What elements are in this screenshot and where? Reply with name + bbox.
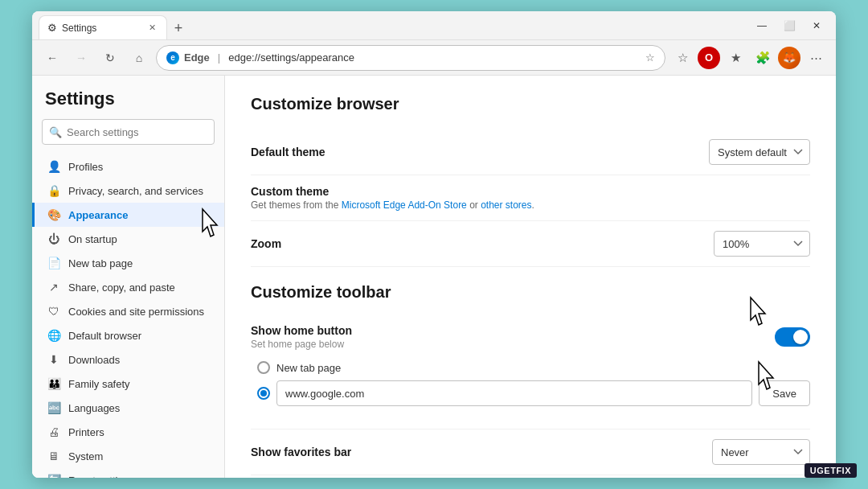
reset-icon: 🔄: [47, 474, 60, 478]
address-bar[interactable]: e Edge | edge://settings/appearance ☆: [156, 45, 665, 71]
family-icon: 👪: [47, 377, 60, 390]
content-area: Settings 🔍 👤 Profiles 🔒 Privacy, search,…: [32, 76, 836, 478]
custom-theme-row: Custom theme Get themes from the Microso…: [251, 175, 810, 221]
opera-button[interactable]: O: [698, 47, 720, 69]
privacy-icon: 🔒: [47, 184, 60, 197]
sidebar-item-label: Reset settings: [68, 475, 134, 479]
save-url-button[interactable]: Save: [759, 380, 810, 406]
default-theme-row: Default theme System default Light Dark: [251, 129, 810, 175]
custom-theme-label: Custom theme: [251, 185, 534, 198]
sidebar-item-label: On startup: [68, 233, 117, 245]
edge-label: Edge: [184, 51, 210, 64]
custom-theme-desc-post: .: [532, 199, 534, 211]
default-theme-label-text: Default theme: [251, 146, 326, 158]
new-tab-radio-row[interactable]: New tab page: [257, 358, 810, 377]
sidebar-item-label: Family safety: [68, 378, 130, 390]
show-home-button-row: Show home button Set home page below New…: [251, 314, 810, 429]
show-favbar-row: Show favorites bar Never Always New tabs…: [251, 429, 810, 475]
show-home-toggle[interactable]: [775, 327, 810, 347]
custom-theme-content: Custom theme Get themes from the Microso…: [251, 185, 534, 211]
downloads-icon: ⬇: [47, 353, 60, 366]
search-icon: 🔍: [49, 126, 62, 138]
languages-icon: 🔤: [47, 401, 60, 414]
toggle-knob: [793, 330, 808, 344]
sidebar-item-printers[interactable]: 🖨 Printers: [32, 420, 224, 444]
home-page-radio-group: New tab page Save: [251, 358, 810, 414]
sidebar-item-downloads[interactable]: ⬇ Downloads: [32, 347, 224, 372]
sidebar-item-share[interactable]: ↗ Share, copy, and paste: [32, 275, 224, 299]
url-radio-row: Save: [257, 380, 810, 406]
settings-tab-icon: ⚙: [47, 22, 57, 34]
home-url-input[interactable]: [276, 380, 752, 406]
collections-icon-btn[interactable]: ★: [723, 46, 747, 70]
radio-dot: [260, 390, 267, 397]
sidebar: Settings 🔍 👤 Profiles 🔒 Privacy, search,…: [32, 76, 225, 478]
edge-addon-store-link[interactable]: Microsoft Edge Add-On Store: [342, 199, 467, 211]
profile-avatar-button[interactable]: 🦊: [778, 47, 800, 69]
tab-close-button[interactable]: ✕: [145, 22, 158, 35]
settings-tab[interactable]: ⚙ Settings ✕: [39, 15, 167, 39]
sidebar-item-label: New tab page: [68, 257, 133, 269]
back-button[interactable]: ←: [40, 46, 64, 70]
forward-button[interactable]: →: [69, 46, 93, 70]
sidebar-item-startup[interactable]: ⏻ On startup: [32, 227, 224, 251]
sidebar-item-label: Downloads: [68, 354, 120, 366]
address-separator: |: [218, 51, 220, 64]
sidebar-item-system[interactable]: 🖥 System: [32, 444, 224, 468]
custom-theme-desc-mid: or: [467, 199, 481, 211]
search-input[interactable]: [67, 126, 207, 138]
sidebar-item-label: Profiles: [68, 161, 103, 173]
appearance-icon: 🎨: [47, 208, 60, 221]
settings-tab-title: Settings: [62, 23, 96, 34]
custom-theme-desc: Get themes from the Microsoft Edge Add-O…: [251, 199, 534, 211]
toolbar-right: ☆ O ★ 🧩 🦊 ⋯: [670, 46, 828, 70]
sidebar-item-languages[interactable]: 🔤 Languages: [32, 396, 224, 420]
address-text: edge://settings/appearance: [228, 51, 641, 64]
title-bar: ⚙ Settings ✕ + — ⬜ ✕: [32, 11, 836, 40]
sidebar-item-privacy[interactable]: 🔒 Privacy, search, and services: [32, 179, 224, 203]
sidebar-item-appearance[interactable]: 🎨 Appearance: [32, 203, 224, 227]
sidebar-item-profiles[interactable]: 👤 Profiles: [32, 154, 224, 179]
window-controls: — ⬜ ✕: [749, 14, 829, 37]
show-favbar-select[interactable]: Never Always New tabs only: [712, 439, 810, 465]
minimize-button[interactable]: —: [749, 14, 775, 37]
show-home-label: Show home button: [251, 324, 352, 337]
sidebar-item-label: Cookies and site permissions: [68, 306, 204, 318]
url-radio-button[interactable]: [257, 387, 270, 400]
system-icon: 🖥: [47, 450, 60, 462]
sidebar-item-newtab[interactable]: 📄 New tab page: [32, 251, 224, 275]
extensions-icon-btn[interactable]: 🧩: [751, 46, 775, 70]
zoom-select[interactable]: 50% 75% 100% 125% 150%: [714, 231, 810, 257]
home-button[interactable]: ⌂: [127, 46, 151, 70]
customize-toolbar-title: Customize toolbar: [251, 283, 810, 302]
sidebar-item-cookies[interactable]: 🛡 Cookies and site permissions: [32, 299, 224, 323]
sidebar-item-default-browser[interactable]: 🌐 Default browser: [32, 323, 224, 347]
new-tab-button[interactable]: +: [167, 17, 190, 39]
browser-window: ⚙ Settings ✕ + — ⬜ ✕ ← → ↻ ⌂ e Edge |: [32, 11, 836, 478]
maximize-button[interactable]: ⬜: [776, 14, 802, 37]
sidebar-item-label: Privacy, search, and services: [68, 185, 203, 197]
sidebar-item-label: Printers: [68, 426, 104, 438]
main-panel: Customize browser Default theme System d…: [225, 76, 836, 478]
favorites-icon-btn[interactable]: ☆: [670, 46, 694, 70]
profiles-icon: 👤: [47, 160, 60, 173]
new-tab-radio-label: New tab page: [276, 362, 341, 374]
new-tab-radio-button[interactable]: [257, 361, 270, 374]
sidebar-item-label: Languages: [68, 402, 120, 414]
sidebar-item-label: Appearance: [68, 209, 128, 221]
default-theme-select[interactable]: System default Light Dark: [709, 139, 810, 165]
edge-logo-icon: e: [166, 51, 179, 64]
search-box[interactable]: 🔍: [42, 119, 215, 145]
sidebar-item-family[interactable]: 👪 Family safety: [32, 372, 224, 396]
cookies-icon: 🛡: [47, 305, 60, 318]
favorites-star-icon[interactable]: ☆: [645, 51, 655, 64]
other-stores-link[interactable]: other stores: [481, 199, 531, 211]
more-button[interactable]: ⋯: [804, 46, 828, 70]
tab-area: ⚙ Settings ✕ +: [39, 11, 746, 39]
sidebar-item-reset[interactable]: 🔄 Reset settings: [32, 468, 224, 478]
newtab-icon: 📄: [47, 257, 60, 269]
show-favbar-label: Show favorites bar: [251, 446, 351, 458]
printers-icon: 🖨: [47, 425, 60, 438]
close-button[interactable]: ✕: [804, 14, 829, 37]
refresh-button[interactable]: ↻: [98, 46, 122, 70]
